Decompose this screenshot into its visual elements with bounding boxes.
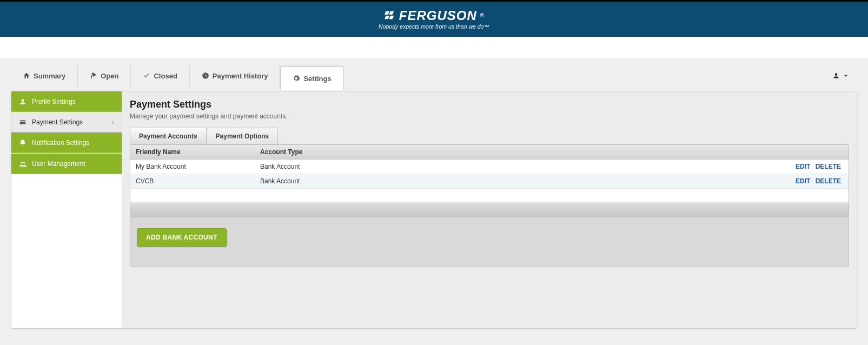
user-menu[interactable] [825, 65, 857, 87]
brand-block: FERGUSON ® Nobody expects more from us t… [379, 9, 489, 29]
page-subtitle: Manage your payment settings and payment… [130, 112, 849, 120]
user-icon [19, 98, 26, 105]
clock-icon [202, 72, 209, 79]
user-icon [832, 72, 840, 79]
table-empty-space [130, 189, 849, 203]
brand-registered: ® [480, 13, 484, 19]
main-panel: Payment Settings Manage your payment set… [122, 91, 857, 328]
sidebar-item-notification-settings[interactable]: Notification Settings [11, 132, 122, 153]
table-footer-bar [130, 203, 849, 217]
content-container: Profile Settings › Payment Settings › No… [11, 91, 857, 329]
col-friendly-name: Friendly Name [130, 145, 255, 160]
sidebar-usermgmt-label: User Management [32, 160, 114, 168]
brand-logo-icon [384, 9, 396, 23]
edit-link[interactable]: EDIT [796, 177, 810, 185]
users-icon [19, 160, 26, 168]
sidebar-item-user-management[interactable]: User Management [11, 154, 122, 174]
tab-payment-history[interactable]: Payment History [190, 65, 281, 87]
sidebar-item-profile-settings[interactable]: Profile Settings › [11, 91, 122, 112]
cell-account-type: Bank Account [255, 160, 751, 174]
add-account-area: ADD BANK ACCOUNT [130, 217, 849, 267]
global-header: FERGUSON ® Nobody expects more from us t… [0, 0, 868, 37]
delete-link[interactable]: DELETE [816, 163, 841, 170]
chevron-right-icon: › [112, 118, 114, 126]
brand-tagline: Nobody expects more from us than we do™ [379, 24, 489, 30]
home-icon [23, 72, 30, 79]
brand-name: FERGUSON [399, 9, 477, 22]
page-wrap: Summary Open Closed Payment History Sett… [0, 58, 868, 345]
chevron-down-icon [842, 72, 850, 79]
main-tabs: Summary Open Closed Payment History Sett… [0, 58, 868, 91]
sidebar-profile-label: Profile Settings [32, 98, 114, 105]
settings-sidebar: Profile Settings › Payment Settings › No… [11, 91, 122, 328]
tab-closed[interactable]: Closed [131, 65, 189, 87]
accounts-table-wrap: Friendly Name Account Type My Bank Accou… [130, 144, 849, 217]
tab-summary-label: Summary [34, 72, 65, 80]
edit-link[interactable]: EDIT [796, 163, 810, 170]
cell-friendly-name: My Bank Account [130, 160, 255, 174]
cell-account-type: Bank Account [255, 174, 751, 189]
delete-link[interactable]: DELETE [816, 177, 841, 185]
credit-card-icon [19, 118, 26, 126]
col-actions [751, 145, 849, 160]
tab-settings-label: Settings [303, 75, 331, 83]
add-bank-account-button[interactable]: ADD BANK ACCOUNT [137, 228, 227, 247]
subtab-bar: Payment Accounts Payment Options [130, 128, 849, 144]
check-icon [143, 72, 150, 79]
flag-icon [90, 72, 97, 79]
subtab-payment-accounts[interactable]: Payment Accounts [130, 128, 207, 144]
tab-summary[interactable]: Summary [11, 65, 78, 87]
sidebar-item-payment-settings[interactable]: Payment Settings › [11, 112, 122, 132]
tab-payment-history-label: Payment History [213, 72, 268, 80]
subtab-accounts-label: Payment Accounts [139, 132, 197, 140]
page-title: Payment Settings [130, 99, 849, 110]
cell-friendly-name: CVCB [130, 174, 255, 189]
sidebar-notification-label: Notification Settings [32, 139, 114, 147]
subtab-options-label: Payment Options [216, 132, 269, 140]
sidebar-payment-label: Payment Settings [32, 118, 107, 126]
col-account-type: Account Type [255, 145, 751, 160]
accounts-table: Friendly Name Account Type My Bank Accou… [130, 145, 849, 203]
gear-icon [293, 75, 300, 82]
tab-open[interactable]: Open [78, 65, 131, 87]
bell-icon [19, 139, 26, 147]
table-row: CVCB Bank Account EDIT DELETE [130, 174, 849, 189]
tab-open-label: Open [101, 72, 118, 80]
table-row: My Bank Account Bank Account EDIT DELETE [130, 160, 849, 174]
subtab-payment-options[interactable]: Payment Options [207, 128, 279, 144]
tab-closed-label: Closed [154, 72, 177, 80]
tab-settings[interactable]: Settings [280, 67, 343, 90]
